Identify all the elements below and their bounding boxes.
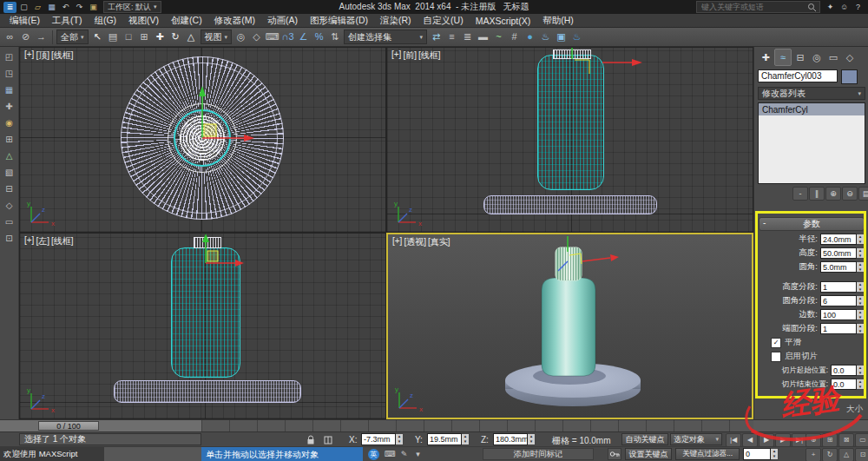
menu-customize[interactable]: 自定义(U) (418, 14, 470, 27)
x-coord-field[interactable]: -7.3mm ▴▾ (361, 433, 404, 445)
snaps-toggle-icon[interactable]: ∩3 (280, 30, 295, 44)
select-and-manipulate-icon[interactable]: ◇ (249, 30, 264, 44)
absolute-offset-toggle-icon[interactable] (323, 434, 333, 445)
cap-top-wireframe[interactable] (179, 115, 226, 161)
spinner-arrows[interactable]: ▴▾ (462, 433, 470, 445)
enable-slice-checkbox[interactable] (771, 352, 781, 362)
menu-graph-editors[interactable]: 图形编辑器(D) (304, 14, 374, 27)
mirror-icon[interactable]: ⇄ (429, 30, 444, 44)
pin-stack-button[interactable]: - (792, 187, 808, 201)
track-bar[interactable] (201, 420, 753, 432)
left-dock-icon[interactable]: ⊡ (3, 232, 16, 246)
viewport-pov-menu[interactable]: [顶] (36, 49, 49, 62)
viewport-general-menu[interactable]: [+] (392, 236, 402, 248)
perspective-scene[interactable] (388, 234, 753, 419)
left-dock-icon[interactable]: ⊟ (3, 182, 16, 196)
fillet-field[interactable]: 5.0mm▴▾ (820, 261, 865, 273)
curve-editor-icon[interactable]: ~ (491, 30, 506, 44)
viewport-general-menu[interactable]: [+] (391, 49, 401, 62)
spinner-arrows[interactable]: ▴▾ (857, 247, 865, 259)
menu-tools[interactable]: 工具(T) (46, 14, 88, 27)
viewport-shading-menu[interactable]: [真实] (428, 236, 450, 248)
left-dock-icon[interactable]: ✚ (3, 100, 16, 114)
auto-key-button[interactable]: 自动关键点 (621, 433, 668, 445)
select-and-move-icon[interactable]: ✚ (153, 30, 168, 44)
left-dock-icon[interactable]: ▧ (3, 166, 16, 180)
cap-wireframe[interactable] (553, 49, 591, 59)
left-dock-icon[interactable]: ◇ (3, 199, 16, 213)
ime-pen-icon[interactable]: ✎ (398, 448, 411, 460)
hierarchy-tab-icon[interactable]: ⊟ (792, 49, 808, 65)
pan-icon[interactable]: + (806, 448, 821, 461)
select-object-icon[interactable]: ↖ (90, 30, 105, 44)
modifier-stack[interactable]: ChamferCyl (758, 102, 865, 184)
viewport-pov-menu[interactable]: [透视] (404, 236, 426, 248)
sign-in-key-icon[interactable]: ✦ (824, 2, 837, 13)
bind-to-space-warp-icon[interactable]: → (34, 30, 49, 44)
fillet-segs-field[interactable]: 6▴▾ (820, 295, 865, 306)
maxscript-mini-listener[interactable]: 欢迎使用 MAXScript (0, 447, 104, 461)
open-file-icon[interactable]: ▱ (31, 2, 44, 13)
menu-edit[interactable]: 编辑(E) (3, 14, 46, 27)
menu-modifiers[interactable]: 修改器(M) (208, 14, 261, 27)
orbit-icon[interactable]: ↻ (822, 448, 838, 461)
new-scene-icon[interactable]: ▢ (17, 2, 30, 13)
bottle-wireframe[interactable] (171, 247, 240, 378)
current-frame-field[interactable]: 0 ▴▾ (743, 448, 779, 460)
height-segs-field[interactable]: 1▴▾ (820, 281, 865, 293)
fov-icon[interactable]: △ (838, 448, 854, 461)
unlink-selection-icon[interactable]: ⊘ (18, 30, 33, 44)
spinner-arrows[interactable]: ▴▾ (857, 281, 865, 293)
spinner-arrows[interactable]: ▴▾ (857, 309, 865, 320)
ribbon-toggle-icon[interactable]: ▬ (476, 30, 490, 44)
material-editor-icon[interactable]: ● (523, 30, 537, 44)
spinner-arrows[interactable]: ▴▾ (771, 448, 779, 460)
menu-views[interactable]: 视图(V) (122, 14, 165, 27)
create-tab-icon[interactable]: ✚ (758, 49, 773, 65)
ime-keyboard-icon[interactable]: ⌨ (384, 448, 397, 460)
app-menu-icon[interactable]: ≣ (3, 2, 16, 13)
select-by-name-icon[interactable]: ▤ (106, 30, 121, 44)
help-search-box[interactable] (696, 1, 820, 13)
display-tab-icon[interactable]: ▭ (825, 49, 841, 65)
viewport-top[interactable]: [+] [顶] [线框] x y z (19, 47, 386, 233)
fetch-icon[interactable]: ▣ (87, 2, 100, 13)
modifier-list-dropdown[interactable]: 修改器列表 ▾ (758, 87, 865, 100)
remove-modifier-button[interactable]: ⊖ (842, 187, 858, 201)
render-setup-icon[interactable]: ♨ (538, 30, 553, 44)
viewport-pov-menu[interactable]: [左] (36, 235, 49, 247)
time-slider-track[interactable] (0, 420, 201, 432)
community-icon[interactable]: ☺ (838, 2, 851, 13)
spinner-arrows[interactable]: ▴▾ (857, 379, 865, 390)
render-production-icon[interactable]: ♨ (569, 30, 584, 44)
angle-snap-icon[interactable]: ∠ (296, 30, 311, 44)
bottle-wireframe[interactable] (537, 55, 604, 190)
cap-segs-field[interactable]: 1▴▾ (820, 323, 865, 334)
menu-create[interactable]: 创建(C) (165, 14, 208, 27)
align-icon[interactable]: ≡ (444, 30, 459, 44)
spinner-arrows[interactable]: ▴▾ (857, 234, 865, 245)
maximize-viewport-icon[interactable]: ⊡ (855, 448, 868, 461)
menu-animation[interactable]: 动画(A) (261, 14, 304, 27)
redo-icon[interactable]: ↷ (73, 2, 86, 13)
viewport-general-menu[interactable]: [+] (24, 49, 34, 62)
motion-tab-icon[interactable]: ◎ (809, 49, 825, 65)
select-and-rotate-icon[interactable]: ↻ (168, 30, 183, 44)
set-keys-label-button[interactable]: 设置关键点 (625, 448, 672, 460)
percent-snap-icon[interactable]: % (312, 30, 326, 44)
viewport-general-menu[interactable]: [+] (24, 235, 34, 247)
left-dock-icon[interactable]: △ (3, 149, 16, 163)
viewport-shading-menu[interactable]: [线框] (51, 235, 74, 247)
zoom-extents-icon[interactable]: ⊠ (838, 433, 854, 447)
save-icon[interactable]: ▦ (45, 2, 58, 13)
rendered-frame-icon[interactable]: ▣ (554, 30, 569, 44)
viewport-pov-menu[interactable]: [前] (403, 49, 417, 62)
menu-group[interactable]: 组(G) (88, 14, 122, 27)
spinner-snap-icon[interactable]: ⇅ (327, 30, 342, 44)
smooth-checkbox[interactable]: ✓ (771, 338, 781, 348)
search-input[interactable] (700, 2, 806, 12)
selection-filter-dropdown[interactable]: 全部 ▾ (56, 30, 89, 44)
z-coord-field[interactable]: 180.3mm ▴▾ (493, 433, 536, 445)
viewport-front[interactable]: [+] [前] [线框] x y z (386, 47, 753, 233)
set-key-mode-dropdown[interactable]: 选定对象 ▾ (670, 433, 722, 445)
